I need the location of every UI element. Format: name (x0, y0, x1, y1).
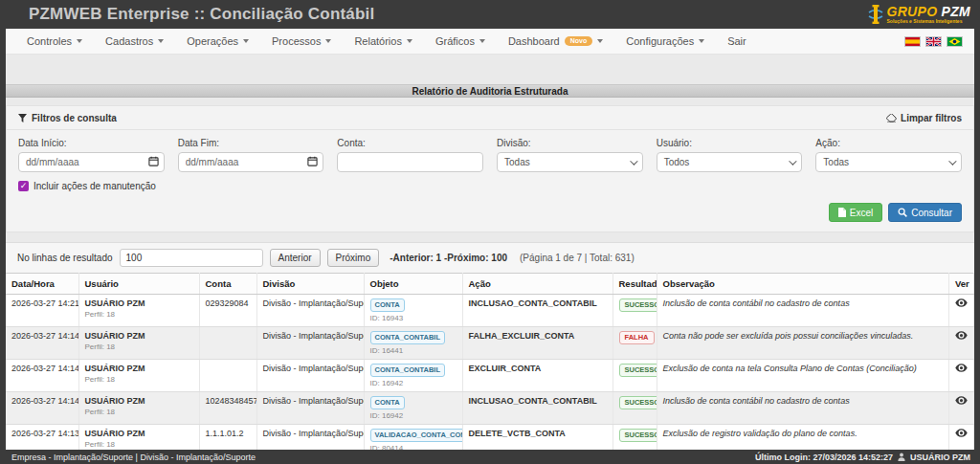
data-inicio-input[interactable] (18, 152, 165, 172)
acao-select[interactable]: Todas (815, 152, 962, 172)
nav-item-label: Operações (187, 35, 238, 47)
eye-icon[interactable] (955, 298, 968, 307)
cell-observacao: Inclusão de conta contábil no cadastro d… (657, 295, 949, 327)
nav-item-cadastros[interactable]: Cadastros (105, 35, 164, 47)
eraser-icon (886, 114, 897, 122)
logo-icon (868, 4, 883, 25)
filter-panel: Filtros de consulta Limpar filtros Data … (6, 105, 974, 232)
pagination-bar: No linhas de resultado Anterior Próximo … (6, 243, 974, 273)
conta-input[interactable] (337, 152, 483, 172)
objeto-badge: CONTA_CONTABIL (370, 331, 445, 344)
chevron-down-icon (77, 39, 82, 43)
cell-observacao: Conta não pode ser excluída pois possui … (657, 327, 949, 360)
cell-resultado: FALHA (612, 327, 657, 360)
chevron-down-icon (243, 39, 249, 43)
cell-datetime: 2026-03-27 14:14:33 (6, 360, 78, 392)
excel-button[interactable]: Excel (829, 203, 882, 222)
column-header-objeto: Objeto (364, 274, 462, 295)
objeto-badge: CONTA_CONTABIL (370, 364, 445, 377)
field-acao: Ação: Todas (815, 138, 962, 172)
cell-ver (949, 295, 974, 327)
objeto-badge: CONTA (370, 298, 405, 312)
page-title: Relatório de Auditoria Estruturada (6, 84, 974, 98)
results-panel: No linhas de resultado Anterior Próximo … (6, 242, 974, 464)
nav-item-graficos[interactable]: Gráficos (435, 35, 485, 47)
column-header-observacao: Observação (657, 274, 949, 295)
cell-acao: EXCLUIR_CONTA (462, 360, 612, 392)
cell-ver (949, 360, 974, 392)
cell-user: USUÁRIO PZM Perfil: 18 (78, 327, 199, 360)
divisao-label: Divisão: (497, 138, 643, 148)
conta-label: Conta: (337, 138, 483, 148)
brazil-flag-icon[interactable] (947, 36, 963, 47)
pagination-range: -Anterior: 1 -Próximo: 100 (390, 253, 507, 263)
nav-item-label: Gráficos (435, 35, 475, 47)
field-divisao: Divisão: Todas (497, 138, 643, 172)
nav-item-label: Configurações (626, 35, 694, 47)
resultado-badge: SUCESSO (619, 429, 657, 442)
eye-icon[interactable] (955, 331, 968, 340)
nav-item-label: Dashboard (508, 35, 560, 47)
chevron-down-icon (790, 157, 797, 165)
nav-item-processos[interactable]: Processos (272, 35, 331, 47)
eye-icon[interactable] (955, 429, 968, 437)
cell-observacao: Exclusão de conta na tela Consulta Plano… (657, 360, 949, 392)
column-header-ver: Ver (949, 274, 974, 295)
eye-icon[interactable] (955, 396, 968, 405)
language-flags (904, 36, 963, 47)
resultado-badge: SUCESSO (619, 396, 657, 409)
field-conta: Conta: (337, 138, 483, 172)
data-fim-input[interactable] (178, 152, 324, 172)
chevron-down-icon (699, 39, 704, 43)
cell-objeto: CONTA ID: 16943 (364, 295, 462, 327)
cell-divisao: Divisão - Implantação/Suporte (256, 360, 364, 392)
acao-label: Ação: (815, 138, 962, 148)
resultado-badge: SUCESSO (619, 364, 657, 377)
divisao-select[interactable]: Todas (497, 152, 643, 172)
data-inicio-label: Data Início: (18, 138, 165, 148)
consultar-button[interactable]: Consultar (888, 203, 962, 222)
previous-button[interactable]: Anterior (270, 249, 321, 267)
last-login-text: Último Login: 27/03/2026 14:52:27 (755, 453, 893, 462)
eye-icon[interactable] (955, 364, 968, 372)
spain-flag-icon[interactable] (904, 36, 921, 47)
usuario-select[interactable]: Todos (657, 152, 803, 172)
cell-datetime: 2026-03-27 14:14:41 (6, 327, 78, 360)
field-usuario: Usuário: Todos (657, 138, 803, 172)
field-data-inicio: Data Início: (18, 138, 165, 172)
cell-divisao: Divisão - Implantação/Suporte (256, 392, 364, 425)
nav-item-relatorios[interactable]: Relatórios (354, 35, 412, 47)
nav-item-configuracoes[interactable]: Configurações (626, 35, 704, 47)
cell-acao: FALHA_EXCLUIR_CONTA (462, 327, 612, 360)
nav-item-label: Processos (272, 35, 321, 47)
chevron-down-icon (948, 157, 956, 165)
filters-header: Filtros de consulta (18, 113, 117, 123)
table-row: 2026-03-27 14:14:24 USUÁRIO PZM Perfil: … (6, 392, 974, 425)
data-fim-label: Data Fim: (178, 138, 324, 148)
cell-resultado: SUCESSO (612, 392, 657, 425)
table-row: 2026-03-27 14:14:41 USUÁRIO PZM Perfil: … (6, 327, 974, 360)
column-header-resultado: Resultado (612, 274, 657, 295)
column-header-divisao: Divisão (256, 274, 364, 295)
cell-objeto: CONTA ID: 16942 (364, 392, 462, 425)
nav-item-sair[interactable]: Sair (727, 35, 746, 47)
field-data-fim: Data Fim: (178, 138, 324, 172)
chevron-down-icon (630, 157, 637, 165)
uk-flag-icon[interactable] (925, 36, 942, 47)
rows-per-page-input[interactable] (120, 249, 263, 267)
next-button[interactable]: Próximo (327, 249, 380, 267)
cell-divisao: Divisão - Implantação/Suporte (256, 295, 364, 327)
cell-acao: INCLUSAO_CONTA_CONTABIL (462, 392, 612, 425)
rows-per-page-label: No linhas de resultado (17, 253, 113, 263)
nav-item-operacoes[interactable]: Operações (187, 35, 249, 47)
clear-filters-button[interactable]: Limpar filtros (886, 113, 962, 123)
chevron-down-icon (325, 39, 331, 43)
table-row: 2026-03-27 14:14:33 USUÁRIO PZM Perfil: … (6, 360, 974, 392)
nav-item-controles[interactable]: Controles (27, 35, 82, 47)
cell-resultado: SUCESSO (612, 295, 657, 327)
user-icon (898, 453, 905, 461)
column-header-data-hora: Data/Hora (6, 274, 78, 295)
status-bar-left: Empresa - Implantação/Suporte | Divisão … (11, 453, 256, 462)
nav-item-dashboard[interactable]: Dashboard Novo (508, 35, 603, 47)
manutencao-checkbox[interactable]: ✓ (18, 181, 29, 191)
